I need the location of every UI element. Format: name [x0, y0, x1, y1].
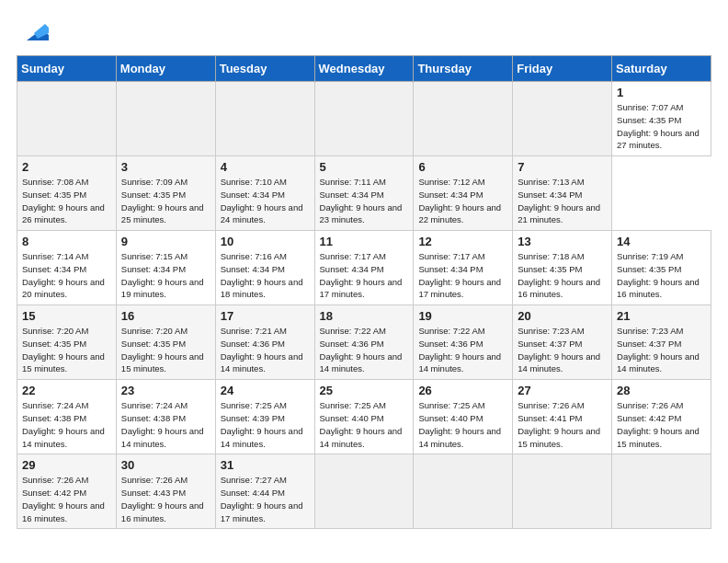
day-info: Sunrise: 7:22 AM Sunset: 4:36 PM Dayligh…	[418, 326, 501, 373]
logo	[17, 15, 49, 44]
calendar-cell: 26Sunrise: 7:25 AM Sunset: 4:40 PM Dayli…	[414, 380, 513, 454]
day-number: 19	[418, 309, 508, 323]
day-info: Sunrise: 7:16 AM Sunset: 4:34 PM Dayligh…	[221, 251, 303, 299]
day-info: Sunrise: 7:09 AM Sunset: 4:35 PM Dayligh…	[121, 177, 204, 224]
day-number: 21	[617, 309, 707, 323]
day-info: Sunrise: 7:25 AM Sunset: 4:40 PM Dayligh…	[418, 400, 501, 448]
calendar-cell: 30Sunrise: 7:26 AM Sunset: 4:43 PM Dayli…	[116, 454, 215, 529]
day-info: Sunrise: 7:13 AM Sunset: 4:34 PM Dayligh…	[518, 177, 600, 224]
calendar-cell: 6Sunrise: 7:12 AM Sunset: 4:34 PM Daylig…	[414, 156, 513, 231]
day-number: 15	[22, 309, 112, 323]
day-number: 10	[221, 235, 311, 248]
day-info: Sunrise: 7:20 AM Sunset: 4:35 PM Dayligh…	[121, 326, 204, 373]
day-info: Sunrise: 7:24 AM Sunset: 4:38 PM Dayligh…	[22, 400, 105, 448]
day-number: 18	[320, 309, 410, 323]
day-info: Sunrise: 7:14 AM Sunset: 4:34 PM Dayligh…	[22, 251, 105, 299]
calendar-cell: 3Sunrise: 7:09 AM Sunset: 4:35 PM Daylig…	[116, 156, 215, 231]
day-number: 9	[121, 235, 211, 248]
day-info: Sunrise: 7:25 AM Sunset: 4:39 PM Dayligh…	[221, 400, 303, 448]
calendar-header-row: SundayMondayTuesdayWednesdayThursdayFrid…	[17, 56, 711, 82]
day-number: 4	[221, 160, 311, 174]
day-info: Sunrise: 7:25 AM Sunset: 4:40 PM Dayligh…	[320, 400, 403, 448]
day-number: 3	[121, 160, 211, 174]
page: SundayMondayTuesdayWednesdayThursdayFrid…	[0, 0, 728, 563]
day-number: 2	[22, 160, 112, 174]
day-number: 30	[121, 458, 211, 472]
day-info: Sunrise: 7:21 AM Sunset: 4:36 PM Dayligh…	[221, 326, 303, 373]
day-info: Sunrise: 7:26 AM Sunset: 4:42 PM Dayligh…	[617, 400, 700, 448]
day-number: 8	[22, 235, 112, 248]
calendar-week-row: 15Sunrise: 7:20 AM Sunset: 4:35 PM Dayli…	[17, 305, 711, 380]
calendar-cell: 16Sunrise: 7:20 AM Sunset: 4:35 PM Dayli…	[116, 305, 215, 380]
calendar-cell	[513, 82, 612, 156]
calendar-cell: 25Sunrise: 7:25 AM Sunset: 4:40 PM Dayli…	[314, 380, 414, 454]
day-number: 28	[617, 384, 707, 397]
calendar-header-friday: Friday	[513, 56, 612, 82]
calendar-table: SundayMondayTuesdayWednesdayThursdayFrid…	[17, 55, 711, 529]
calendar-cell: 22Sunrise: 7:24 AM Sunset: 4:38 PM Dayli…	[17, 380, 117, 454]
calendar-week-row: 1Sunrise: 7:07 AM Sunset: 4:35 PM Daylig…	[17, 82, 711, 156]
calendar-cell: 14Sunrise: 7:19 AM Sunset: 4:35 PM Dayli…	[612, 231, 711, 305]
day-number: 13	[518, 235, 608, 248]
calendar-cell: 29Sunrise: 7:26 AM Sunset: 4:42 PM Dayli…	[17, 454, 117, 529]
calendar-cell: 31Sunrise: 7:27 AM Sunset: 4:44 PM Dayli…	[215, 454, 314, 529]
day-info: Sunrise: 7:24 AM Sunset: 4:38 PM Dayligh…	[121, 400, 204, 448]
calendar-header-monday: Monday	[116, 56, 215, 82]
day-number: 27	[518, 384, 608, 397]
day-info: Sunrise: 7:26 AM Sunset: 4:41 PM Dayligh…	[518, 400, 600, 448]
calendar-cell: 28Sunrise: 7:26 AM Sunset: 4:42 PM Dayli…	[612, 380, 711, 454]
calendar-header-saturday: Saturday	[612, 56, 711, 82]
day-info: Sunrise: 7:11 AM Sunset: 4:34 PM Dayligh…	[320, 177, 403, 224]
day-info: Sunrise: 7:07 AM Sunset: 4:35 PM Dayligh…	[617, 102, 700, 150]
day-number: 6	[418, 160, 508, 174]
logo-icon	[19, 15, 49, 44]
calendar-cell	[17, 82, 117, 156]
day-info: Sunrise: 7:12 AM Sunset: 4:34 PM Dayligh…	[418, 177, 501, 224]
day-info: Sunrise: 7:27 AM Sunset: 4:44 PM Dayligh…	[221, 475, 303, 523]
calendar-cell: 18Sunrise: 7:22 AM Sunset: 4:36 PM Dayli…	[314, 305, 414, 380]
calendar-cell: 1Sunrise: 7:07 AM Sunset: 4:35 PM Daylig…	[612, 82, 711, 156]
day-info: Sunrise: 7:23 AM Sunset: 4:37 PM Dayligh…	[518, 326, 600, 373]
day-number: 1	[617, 86, 707, 99]
day-number: 7	[518, 160, 608, 174]
day-info: Sunrise: 7:10 AM Sunset: 4:34 PM Dayligh…	[221, 177, 303, 224]
calendar-week-row: 8Sunrise: 7:14 AM Sunset: 4:34 PM Daylig…	[17, 231, 711, 305]
calendar-cell: 21Sunrise: 7:23 AM Sunset: 4:37 PM Dayli…	[612, 305, 711, 380]
calendar-cell: 5Sunrise: 7:11 AM Sunset: 4:34 PM Daylig…	[314, 156, 414, 231]
day-number: 17	[221, 309, 311, 323]
calendar-cell: 7Sunrise: 7:13 AM Sunset: 4:34 PM Daylig…	[513, 156, 612, 231]
calendar-header-sunday: Sunday	[17, 56, 117, 82]
calendar-header-wednesday: Wednesday	[314, 56, 414, 82]
calendar-cell: 19Sunrise: 7:22 AM Sunset: 4:36 PM Dayli…	[414, 305, 513, 380]
day-info: Sunrise: 7:17 AM Sunset: 4:34 PM Dayligh…	[418, 251, 501, 299]
calendar-cell: 15Sunrise: 7:20 AM Sunset: 4:35 PM Dayli…	[17, 305, 117, 380]
calendar-cell: 23Sunrise: 7:24 AM Sunset: 4:38 PM Dayli…	[116, 380, 215, 454]
calendar-cell: 13Sunrise: 7:18 AM Sunset: 4:35 PM Dayli…	[513, 231, 612, 305]
day-number: 25	[320, 384, 410, 397]
day-number: 23	[121, 384, 211, 397]
calendar-cell	[414, 454, 513, 529]
day-number: 29	[22, 458, 112, 472]
day-info: Sunrise: 7:26 AM Sunset: 4:43 PM Dayligh…	[121, 475, 204, 523]
day-number: 24	[221, 384, 311, 397]
day-number: 31	[221, 458, 311, 472]
calendar-cell: 27Sunrise: 7:26 AM Sunset: 4:41 PM Dayli…	[513, 380, 612, 454]
calendar-cell: 12Sunrise: 7:17 AM Sunset: 4:34 PM Dayli…	[414, 231, 513, 305]
header	[17, 15, 711, 44]
calendar-cell: 8Sunrise: 7:14 AM Sunset: 4:34 PM Daylig…	[17, 231, 117, 305]
day-number: 14	[617, 235, 707, 248]
day-info: Sunrise: 7:19 AM Sunset: 4:35 PM Dayligh…	[617, 251, 700, 299]
day-info: Sunrise: 7:26 AM Sunset: 4:42 PM Dayligh…	[22, 475, 105, 523]
day-info: Sunrise: 7:23 AM Sunset: 4:37 PM Dayligh…	[617, 326, 700, 373]
calendar-week-row: 2Sunrise: 7:08 AM Sunset: 4:35 PM Daylig…	[17, 156, 711, 231]
day-info: Sunrise: 7:15 AM Sunset: 4:34 PM Dayligh…	[121, 251, 204, 299]
day-info: Sunrise: 7:17 AM Sunset: 4:34 PM Dayligh…	[320, 251, 403, 299]
calendar-cell	[414, 82, 513, 156]
calendar-cell	[513, 454, 612, 529]
calendar-cell	[314, 82, 414, 156]
calendar-cell: 17Sunrise: 7:21 AM Sunset: 4:36 PM Dayli…	[215, 305, 314, 380]
calendar-cell: 20Sunrise: 7:23 AM Sunset: 4:37 PM Dayli…	[513, 305, 612, 380]
calendar-cell: 11Sunrise: 7:17 AM Sunset: 4:34 PM Dayli…	[314, 231, 414, 305]
calendar-cell: 10Sunrise: 7:16 AM Sunset: 4:34 PM Dayli…	[215, 231, 314, 305]
calendar-week-row: 22Sunrise: 7:24 AM Sunset: 4:38 PM Dayli…	[17, 380, 711, 454]
